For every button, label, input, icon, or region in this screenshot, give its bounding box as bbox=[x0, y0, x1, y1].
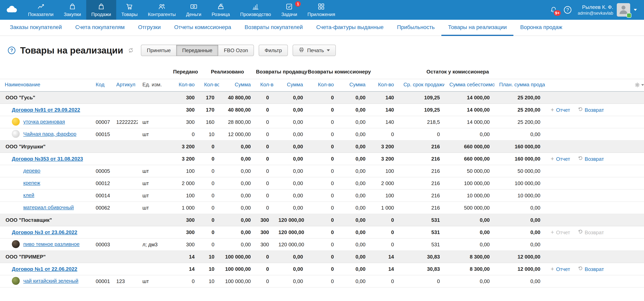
product-link[interactable]: материал обивочный bbox=[23, 204, 74, 210]
col-header-returns-seller-sum[interactable]: Сумма bbox=[274, 79, 308, 91]
col-group-spacer bbox=[545, 66, 644, 79]
segment-transferred[interactable]: Переданные bbox=[176, 45, 218, 56]
nav-item-money[interactable]: Деньги bbox=[181, 0, 206, 20]
col-header-sold-qty[interactable]: Кол-во bbox=[199, 79, 219, 91]
contract-name-cell: Договор №91 от 29.09.2022 bbox=[0, 104, 172, 116]
tab-customer-orders[interactable]: Заказы покупателей bbox=[3, 20, 68, 36]
col-header-cost-sum[interactable]: Сумма себестоимости bbox=[444, 79, 494, 91]
product-link[interactable]: пиво темное разливное bbox=[23, 241, 80, 247]
table-body: ООО "Гусь"30017040 800,0000,0000,0014010… bbox=[0, 91, 644, 287]
column-settings-button[interactable] bbox=[630, 79, 644, 91]
nav-item-tasks[interactable]: Задачи1 bbox=[276, 0, 302, 20]
product-link[interactable]: Чайная пара, фарфор bbox=[23, 131, 76, 137]
nav-item-production[interactable]: Производство bbox=[235, 0, 276, 20]
tab-profitability[interactable]: Прибыльность bbox=[390, 20, 441, 36]
row-gear-cell bbox=[630, 116, 644, 128]
section-tabs: Заказы покупателейСчета покупателямОтгру… bbox=[0, 20, 644, 36]
col-header-returns-seller-qty[interactable]: Кол-во bbox=[256, 79, 274, 91]
tab-customer-returns[interactable]: Возвраты покупателей bbox=[238, 20, 310, 36]
value-cell: 140 bbox=[370, 104, 398, 116]
return-action[interactable]: Возврат bbox=[578, 156, 604, 162]
value-cell: 0 bbox=[172, 128, 199, 140]
report-action[interactable]: +Отчет bbox=[551, 266, 570, 272]
col-header-returns-commissioner-qty[interactable]: Кол-во bbox=[308, 79, 338, 91]
value-cell: 300 bbox=[256, 238, 274, 251]
tab-shipments[interactable]: Отгрузки bbox=[132, 20, 168, 36]
tab-commission-reports[interactable]: Отчеты комиссионера bbox=[168, 20, 238, 36]
nav-item-counterparties[interactable]: Контрагенты bbox=[143, 0, 181, 20]
product-link[interactable]: уточка резиновая bbox=[23, 119, 65, 125]
value-cell: 0 bbox=[308, 189, 338, 202]
nav-item-purchases[interactable]: Закупки bbox=[58, 0, 86, 20]
help-button[interactable]: ? bbox=[564, 6, 572, 14]
contract-name-cell: Договор №1 от 22.06.2022 bbox=[0, 263, 172, 275]
segment-accepted[interactable]: Принятые bbox=[141, 45, 176, 56]
tab-customer-invoices[interactable]: Счета покупателям bbox=[68, 20, 131, 36]
product-link[interactable]: дерево bbox=[23, 168, 40, 174]
report-action[interactable]: +Отчет bbox=[551, 107, 570, 113]
nav-item-label: Приложения bbox=[308, 12, 335, 17]
col-header-code[interactable]: Код bbox=[91, 79, 112, 91]
notifications-button[interactable]: 9+ bbox=[550, 6, 558, 14]
return-action[interactable]: Возврат bbox=[578, 107, 604, 113]
nav-item-apps[interactable]: Приложения bbox=[302, 0, 340, 20]
value-cell: 0 bbox=[256, 251, 274, 263]
contract-link[interactable]: Договор №353 от 31.08.2023 bbox=[12, 156, 83, 162]
print-button[interactable]: Печать bbox=[292, 45, 336, 56]
tab-sales-funnel[interactable]: Воронка продаж bbox=[514, 20, 569, 36]
col-header-name[interactable]: Наименование bbox=[0, 79, 91, 91]
nav-item-sales[interactable]: Продажи bbox=[86, 0, 116, 20]
col-header-planned-sales-sum[interactable]: План. сумма продаж bbox=[494, 79, 545, 91]
value-cell: 0 bbox=[308, 202, 338, 214]
value-cell: 300 bbox=[172, 104, 199, 116]
return-action[interactable]: Возврат bbox=[578, 266, 604, 272]
nav-item-label: Показатели bbox=[28, 12, 54, 17]
return-label: Возврат bbox=[584, 156, 604, 162]
segment-fbo-ozon[interactable]: FBO Ozon bbox=[218, 45, 254, 56]
refresh-icon[interactable] bbox=[128, 47, 134, 53]
value-cell: 0,00 bbox=[444, 214, 494, 226]
col-header-transferred-qty[interactable]: Кол-во bbox=[172, 79, 199, 91]
value-cell: 0,00 bbox=[274, 128, 308, 140]
page-help-icon[interactable]: ? bbox=[8, 47, 16, 54]
cup-thumbnail bbox=[12, 130, 20, 138]
value-cell: 0 bbox=[256, 140, 274, 153]
value-cell: 100 bbox=[370, 165, 398, 177]
product-unit: шт bbox=[138, 128, 172, 140]
value-cell: 0 bbox=[256, 153, 274, 165]
tab-vat-invoices-issued[interactable]: Счета-фактуры выданные bbox=[310, 20, 390, 36]
nav-item-label: Задачи bbox=[281, 12, 297, 17]
contract-name-cell: Договор №353 от 31.08.2023 bbox=[0, 153, 172, 165]
plus-icon: + bbox=[551, 266, 554, 272]
product-link[interactable]: клей bbox=[23, 192, 34, 198]
value-cell: 0 bbox=[308, 226, 338, 238]
tab-consignment-goods[interactable]: Товары на реализации bbox=[441, 20, 514, 36]
report-action[interactable]: +Отчет bbox=[551, 156, 570, 162]
chevron-down-icon bbox=[634, 9, 637, 11]
value-cell: 0 bbox=[199, 165, 219, 177]
nav-item-indicators[interactable]: Показатели bbox=[23, 0, 58, 20]
value-cell: 0,00 bbox=[274, 153, 308, 165]
filter-button[interactable]: Фильтр bbox=[259, 45, 288, 56]
row-gear-cell bbox=[630, 202, 644, 214]
app-logo[interactable] bbox=[0, 0, 23, 20]
value-cell: 0,00 bbox=[338, 263, 370, 275]
col-header-avg-sale-term[interactable]: Ср. срок продажи bbox=[399, 79, 445, 91]
nav-item-retail[interactable]: Розница bbox=[206, 0, 235, 20]
row-gear-cell bbox=[630, 104, 644, 116]
contract-link[interactable]: Договор №1 от 22.06.2022 bbox=[12, 266, 77, 272]
col-header-sold-sum[interactable]: Сумма bbox=[219, 79, 256, 91]
contract-link[interactable]: Договор №91 от 29.09.2022 bbox=[12, 107, 80, 113]
value-cell: 8 300,00 bbox=[444, 251, 494, 263]
user-menu[interactable]: Рылеев К. Ф. admin@sevkavlab bbox=[578, 3, 637, 17]
value-cell: 0 bbox=[256, 177, 274, 189]
product-link[interactable]: крепеж bbox=[23, 180, 40, 186]
nav-item-label: Контрагенты bbox=[148, 12, 176, 17]
col-header-returns-commissioner-sum[interactable]: Сумма bbox=[338, 79, 370, 91]
col-header-remainder-qty[interactable]: Кол-во bbox=[370, 79, 398, 91]
product-link[interactable]: чай китайский зеленый bbox=[23, 278, 78, 284]
product-code: 00005 bbox=[91, 165, 112, 177]
nav-item-goods[interactable]: Товары bbox=[116, 0, 143, 20]
contract-link[interactable]: Договор №3 от 23.06.2022 bbox=[12, 229, 77, 235]
col-header-article[interactable]: Артикул bbox=[112, 79, 138, 91]
